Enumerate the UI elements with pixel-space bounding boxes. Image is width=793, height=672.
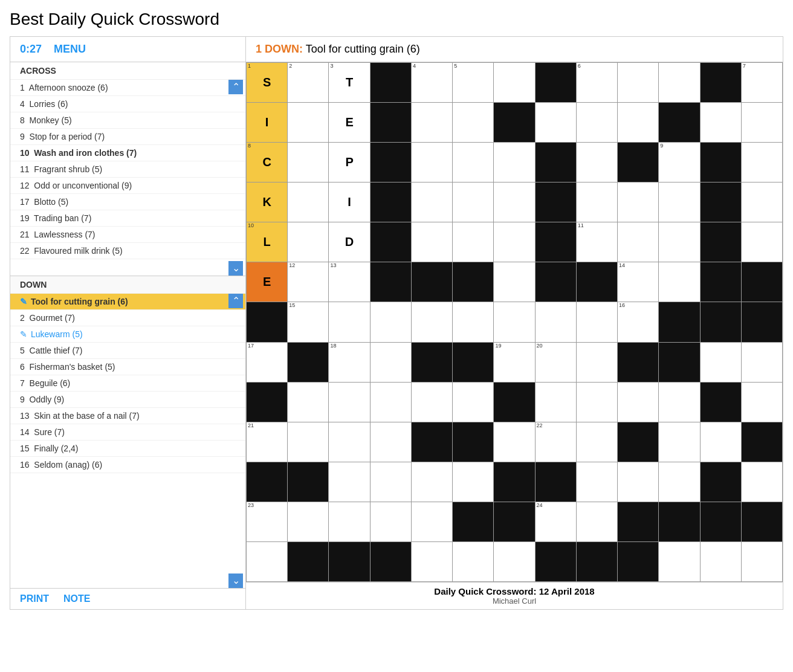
cell-4-11[interactable] [701,222,742,262]
cell-9-6[interactable] [494,422,535,462]
cell-2-4[interactable] [412,143,453,183]
cell-2-9[interactable] [618,143,659,183]
down-clue-2[interactable]: 2 Gourmet (7) [10,310,245,326]
across-clue-1[interactable]: 1 Afternoon snooze (6) [10,80,245,96]
cell-2-7[interactable] [536,143,577,183]
cell-6-10[interactable] [659,302,700,342]
cell-5-1[interactable]: 12 [288,262,329,302]
cell-9-5[interactable] [453,422,494,462]
cell-4-2[interactable]: D [329,222,370,262]
cell-5-0[interactable]: E [247,262,288,302]
cell-1-7[interactable] [536,103,577,143]
cell-0-0[interactable]: 1S [247,63,288,103]
cell-6-1[interactable]: 15 [288,302,329,342]
cell-3-5[interactable] [453,183,494,222]
down-clue-13[interactable]: 13 Skin at the base of a nail (7) [10,408,245,424]
cell-3-7[interactable] [536,183,577,222]
cell-3-8[interactable] [577,183,618,222]
down-clue-3[interactable]: ✎ Lukewarm (5) [10,326,245,343]
cell-5-10[interactable] [659,262,700,302]
cell-12-6[interactable] [494,542,535,582]
cell-11-1[interactable] [288,502,329,542]
cell-0-4[interactable]: 4 [412,63,453,103]
cell-7-6[interactable]: 19 [494,343,535,383]
cell-4-5[interactable] [453,222,494,262]
cell-12-8[interactable] [577,542,618,582]
cell-10-2[interactable] [329,462,370,502]
cell-1-10[interactable] [659,103,700,143]
cell-12-0[interactable] [247,542,288,582]
cell-1-8[interactable] [577,103,618,143]
scroll-down-across-arrow[interactable]: ⌄ [228,261,243,276]
cell-12-12[interactable] [742,542,783,582]
cell-1-6[interactable] [494,103,535,143]
cell-10-5[interactable] [453,462,494,502]
cell-1-12[interactable] [742,103,783,143]
cell-11-4[interactable] [412,502,453,542]
across-clue-12[interactable]: 12 Odd or unconventional (9) [10,178,245,194]
cell-0-6[interactable] [494,63,535,103]
cell-9-9[interactable] [618,422,659,462]
cell-12-4[interactable] [412,542,453,582]
cell-2-1[interactable] [288,143,329,183]
cell-12-2[interactable] [329,542,370,582]
cell-0-5[interactable]: 5 [453,63,494,103]
cell-6-8[interactable] [577,302,618,342]
across-clue-8[interactable]: 8 Monkey (5) [10,112,245,129]
cell-4-9[interactable] [618,222,659,262]
cell-9-8[interactable] [577,422,618,462]
cell-8-1[interactable] [288,383,329,422]
cell-4-1[interactable] [288,222,329,262]
cell-10-4[interactable] [412,462,453,502]
cell-5-5[interactable] [453,262,494,302]
across-clue-17[interactable]: 17 Blotto (5) [10,194,245,210]
scroll-up-arrow[interactable]: ⌃ [228,80,243,94]
cell-9-1[interactable] [288,422,329,462]
cell-8-6[interactable] [494,383,535,422]
cell-1-0[interactable]: I [247,103,288,143]
down-clue-15[interactable]: 15 Finally (2,4) [10,441,245,457]
cell-2-10[interactable]: 9 [659,143,700,183]
cell-7-4[interactable] [412,343,453,383]
cell-6-5[interactable] [453,302,494,342]
cell-11-7[interactable]: 24 [536,502,577,542]
cell-8-7[interactable] [536,383,577,422]
cell-12-1[interactable] [288,542,329,582]
across-clue-9[interactable]: 9 Stop for a period (7) [10,129,245,145]
cell-3-0[interactable]: K [247,183,288,222]
across-clue-11[interactable]: 11 Fragrant shrub (5) [10,161,245,178]
cell-5-7[interactable] [536,262,577,302]
cell-7-1[interactable] [288,343,329,383]
cell-9-11[interactable] [701,422,742,462]
cell-8-9[interactable] [618,383,659,422]
cell-11-5[interactable] [453,502,494,542]
cell-5-12[interactable] [742,262,783,302]
cell-3-12[interactable] [742,183,783,222]
cell-0-1[interactable]: 2 [288,63,329,103]
cell-8-4[interactable] [412,383,453,422]
cell-11-11[interactable] [701,502,742,542]
down-clue-6[interactable]: 6 Fisherman's basket (5) [10,359,245,375]
cell-10-3[interactable] [371,462,412,502]
cell-7-7[interactable]: 20 [536,343,577,383]
down-clue-16[interactable]: 16 Seldom (anag) (6) [10,457,245,473]
cell-8-0[interactable] [247,383,288,422]
cell-10-1[interactable] [288,462,329,502]
cell-9-3[interactable] [371,422,412,462]
cell-6-2[interactable] [329,302,370,342]
cell-1-9[interactable] [618,103,659,143]
cell-12-9[interactable] [618,542,659,582]
cell-11-0[interactable]: 23 [247,502,288,542]
cell-12-10[interactable] [659,542,700,582]
print-button[interactable]: PRINT [20,593,49,604]
cell-9-10[interactable] [659,422,700,462]
cell-2-5[interactable] [453,143,494,183]
cell-5-3[interactable] [371,262,412,302]
cell-11-6[interactable] [494,502,535,542]
cell-3-2[interactable]: I [329,183,370,222]
cell-6-6[interactable] [494,302,535,342]
down-clue-5[interactable]: 5 Cattle thief (7) [10,343,245,359]
cell-8-3[interactable] [371,383,412,422]
cell-10-11[interactable] [701,462,742,502]
cell-7-9[interactable] [618,343,659,383]
